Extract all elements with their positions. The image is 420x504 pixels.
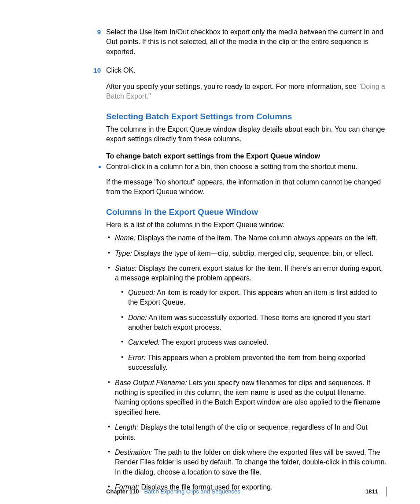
list-item: Length: Displays the total length of the…	[106, 423, 387, 442]
square-bullet-icon: ■	[33, 162, 106, 172]
definition: Displays the type of item—clip, subclip,…	[132, 250, 373, 257]
list-item: Error: This appears when a problem preve…	[115, 353, 387, 373]
step-number: 9	[33, 27, 106, 57]
document-page: 9 Select the Use Item In/Out checkbox to…	[0, 0, 420, 504]
step-9: 9 Select the Use Item In/Out checkbox to…	[33, 27, 387, 57]
list-item: Type: Displays the type of item—clip, su…	[106, 249, 387, 258]
definition: Displays the total length of the clip or…	[115, 423, 368, 441]
footer-page-number: 1811	[365, 488, 378, 496]
list-item: Status: Displays the current export stat…	[106, 264, 387, 373]
step-10: 10 Click OK. After you specify your sett…	[33, 66, 387, 101]
page-footer: Chapter 110 Batch Exporting Clips and Se…	[106, 487, 387, 497]
step-text: Click OK.	[106, 66, 136, 74]
section-intro: Here is a list of the columns in the Exp…	[106, 220, 387, 230]
term: Length:	[115, 423, 138, 431]
followup-text: After you specify your settings, you're …	[106, 83, 358, 90]
definition: The path to the folder on disk where the…	[115, 449, 387, 476]
status-sublist: Queued: An item is ready for export. Thi…	[115, 288, 387, 373]
section-heading-selecting: Selecting Batch Export Settings from Col…	[106, 111, 387, 123]
list-item: Destination: The path to the folder on d…	[106, 448, 387, 477]
list-item: Queued: An item is ready for export. Thi…	[115, 288, 387, 308]
step-number: 10	[33, 66, 106, 101]
procedure-text: Control-click in a column for a bin, the…	[106, 162, 387, 172]
procedure-title: To change batch export settings from the…	[106, 151, 387, 161]
step-followup: After you specify your settings, you're …	[106, 82, 387, 102]
procedure-bullet: ■ Control-click in a column for a bin, t…	[33, 162, 387, 172]
term: Done:	[128, 314, 147, 321]
term: Queued:	[128, 289, 155, 296]
step-body: Click OK. After you specify your setting…	[106, 66, 387, 101]
definition: An item was successfully exported. These…	[128, 314, 370, 331]
footer-title: Batch Exporting Clips and Sequences	[144, 488, 359, 496]
term: Base Output Filename:	[115, 379, 187, 386]
footer-chapter: Chapter 110	[106, 488, 139, 496]
section-intro: The columns in the Export Queue window d…	[106, 125, 387, 144]
list-item: Canceled: The export process was cancele…	[115, 338, 387, 347]
note-text: If the message "No shortcut" appears, th…	[106, 177, 387, 197]
definition: Displays the current export status for t…	[115, 265, 383, 282]
term: Destination:	[115, 449, 152, 456]
term: Canceled:	[128, 338, 160, 346]
term: Error:	[128, 354, 146, 361]
column-list: Name: Displays the name of the item. The…	[106, 233, 387, 492]
section-heading-columns: Columns in the Export Queue Window	[106, 206, 387, 218]
definition: This appears when a problem prevented th…	[128, 354, 365, 371]
list-item: Done: An item was successfully exported.…	[115, 313, 387, 333]
list-item: Name: Displays the name of the item. The…	[106, 233, 387, 243]
step-text: Select the Use Item In/Out checkbox to e…	[106, 27, 387, 57]
definition: The export process was canceled.	[160, 338, 269, 346]
term: Type:	[115, 250, 132, 257]
definition: Displays the name of the item. The Name …	[136, 234, 377, 242]
list-item: Base Output Filename: Lets you specify n…	[106, 378, 387, 418]
term: Name:	[115, 234, 136, 242]
definition: An item is ready for export. This appear…	[128, 289, 377, 306]
term: Status:	[115, 265, 137, 272]
